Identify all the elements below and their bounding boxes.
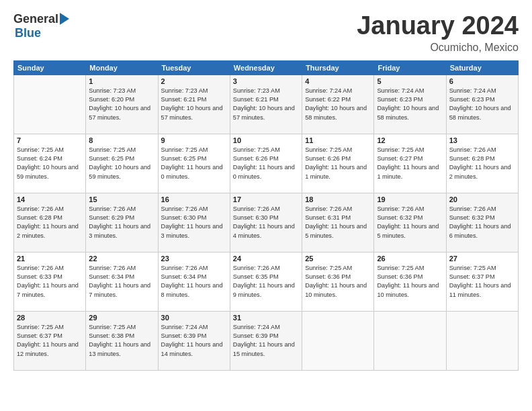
day-info: Sunrise: 7:26 AM Sunset: 6:28 PM Dayligh…: [449, 146, 515, 181]
logo-blue-text: Blue: [15, 26, 41, 40]
header-saturday: Saturday: [446, 60, 518, 75]
table-row: 6Sunrise: 7:24 AM Sunset: 6:23 PM Daylig…: [446, 75, 518, 134]
logo-general-text: General: [13, 12, 58, 26]
table-row: 1Sunrise: 7:23 AM Sunset: 6:20 PM Daylig…: [86, 75, 158, 134]
header: General Blue January 2024 Ocumicho, Mexi…: [13, 12, 519, 54]
day-info: Sunrise: 7:24 AM Sunset: 6:23 PM Dayligh…: [377, 87, 443, 122]
table-row: 3Sunrise: 7:23 AM Sunset: 6:21 PM Daylig…: [230, 75, 302, 134]
day-info: Sunrise: 7:23 AM Sunset: 6:21 PM Dayligh…: [233, 87, 299, 122]
logo-arrow-icon: [60, 13, 69, 25]
day-number: 29: [89, 314, 154, 322]
day-number: 18: [305, 195, 371, 203]
table-row: 15Sunrise: 7:26 AM Sunset: 6:29 PM Dayli…: [86, 193, 158, 252]
table-row: 8Sunrise: 7:25 AM Sunset: 6:25 PM Daylig…: [86, 134, 158, 193]
table-row: 21Sunrise: 7:26 AM Sunset: 6:33 PM Dayli…: [14, 252, 86, 311]
calendar-page: General Blue January 2024 Ocumicho, Mexi…: [0, 0, 532, 411]
table-row: 20Sunrise: 7:26 AM Sunset: 6:32 PM Dayli…: [446, 193, 518, 252]
table-row: [302, 311, 374, 370]
table-row: 4Sunrise: 7:24 AM Sunset: 6:22 PM Daylig…: [302, 75, 374, 134]
day-info: Sunrise: 7:24 AM Sunset: 6:39 PM Dayligh…: [233, 323, 299, 359]
day-info: Sunrise: 7:26 AM Sunset: 6:28 PM Dayligh…: [17, 205, 83, 240]
day-number: 8: [89, 136, 154, 144]
calendar-week-row: 21Sunrise: 7:26 AM Sunset: 6:33 PM Dayli…: [14, 252, 519, 311]
day-number: 10: [233, 136, 299, 144]
table-row: 29Sunrise: 7:25 AM Sunset: 6:38 PM Dayli…: [86, 311, 158, 370]
header-tuesday: Tuesday: [158, 60, 230, 75]
day-number: 12: [377, 136, 443, 144]
title-area: January 2024 Ocumicho, Mexico: [357, 12, 519, 54]
day-info: Sunrise: 7:26 AM Sunset: 6:34 PM Dayligh…: [89, 264, 154, 300]
table-row: [374, 311, 446, 370]
day-number: 2: [161, 77, 227, 85]
day-number: 6: [449, 77, 515, 85]
table-row: 27Sunrise: 7:25 AM Sunset: 6:37 PM Dayli…: [446, 252, 518, 311]
day-number: 24: [233, 255, 299, 263]
day-info: Sunrise: 7:26 AM Sunset: 6:35 PM Dayligh…: [233, 264, 299, 300]
day-info: Sunrise: 7:25 AM Sunset: 6:27 PM Dayligh…: [377, 146, 443, 181]
day-info: Sunrise: 7:26 AM Sunset: 6:29 PM Dayligh…: [89, 205, 154, 240]
month-title: January 2024: [357, 12, 519, 40]
day-info: Sunrise: 7:26 AM Sunset: 6:30 PM Dayligh…: [233, 205, 299, 240]
day-info: Sunrise: 7:24 AM Sunset: 6:22 PM Dayligh…: [305, 87, 371, 122]
calendar-week-row: 28Sunrise: 7:25 AM Sunset: 6:37 PM Dayli…: [14, 311, 519, 370]
table-row: 31Sunrise: 7:24 AM Sunset: 6:39 PM Dayli…: [230, 311, 302, 370]
day-number: 23: [161, 255, 227, 263]
day-info: Sunrise: 7:26 AM Sunset: 6:33 PM Dayligh…: [17, 264, 83, 300]
day-info: Sunrise: 7:25 AM Sunset: 6:38 PM Dayligh…: [89, 323, 154, 359]
day-number: 15: [89, 195, 154, 203]
table-row: 18Sunrise: 7:26 AM Sunset: 6:31 PM Dayli…: [302, 193, 374, 252]
day-number: 3: [233, 77, 299, 85]
calendar-table: Sunday Monday Tuesday Wednesday Thursday…: [13, 60, 519, 371]
day-number: 25: [305, 255, 371, 263]
day-number: 27: [449, 255, 515, 263]
day-info: Sunrise: 7:24 AM Sunset: 6:39 PM Dayligh…: [161, 323, 227, 359]
day-info: Sunrise: 7:26 AM Sunset: 6:32 PM Dayligh…: [449, 205, 515, 240]
calendar-body: 1Sunrise: 7:23 AM Sunset: 6:20 PM Daylig…: [14, 75, 519, 370]
table-row: 10Sunrise: 7:25 AM Sunset: 6:26 PM Dayli…: [230, 134, 302, 193]
table-row: 16Sunrise: 7:26 AM Sunset: 6:30 PM Dayli…: [158, 193, 230, 252]
header-monday: Monday: [86, 60, 158, 75]
table-row: 14Sunrise: 7:26 AM Sunset: 6:28 PM Dayli…: [14, 193, 86, 252]
day-number: 1: [89, 77, 154, 85]
day-number: 11: [305, 136, 371, 144]
table-row: 30Sunrise: 7:24 AM Sunset: 6:39 PM Dayli…: [158, 311, 230, 370]
table-row: [14, 75, 86, 134]
calendar-header-row: Sunday Monday Tuesday Wednesday Thursday…: [14, 60, 519, 75]
table-row: 17Sunrise: 7:26 AM Sunset: 6:30 PM Dayli…: [230, 193, 302, 252]
table-row: 19Sunrise: 7:26 AM Sunset: 6:32 PM Dayli…: [374, 193, 446, 252]
table-row: 11Sunrise: 7:25 AM Sunset: 6:26 PM Dayli…: [302, 134, 374, 193]
table-row: 7Sunrise: 7:25 AM Sunset: 6:24 PM Daylig…: [14, 134, 86, 193]
day-info: Sunrise: 7:23 AM Sunset: 6:21 PM Dayligh…: [161, 87, 227, 122]
table-row: 24Sunrise: 7:26 AM Sunset: 6:35 PM Dayli…: [230, 252, 302, 311]
day-info: Sunrise: 7:25 AM Sunset: 6:24 PM Dayligh…: [17, 146, 83, 181]
table-row: 2Sunrise: 7:23 AM Sunset: 6:21 PM Daylig…: [158, 75, 230, 134]
day-info: Sunrise: 7:26 AM Sunset: 6:30 PM Dayligh…: [161, 205, 227, 240]
day-info: Sunrise: 7:25 AM Sunset: 6:26 PM Dayligh…: [233, 146, 299, 181]
header-thursday: Thursday: [302, 60, 374, 75]
table-row: 28Sunrise: 7:25 AM Sunset: 6:37 PM Dayli…: [14, 311, 86, 370]
calendar-week-row: 7Sunrise: 7:25 AM Sunset: 6:24 PM Daylig…: [14, 134, 519, 193]
day-info: Sunrise: 7:25 AM Sunset: 6:37 PM Dayligh…: [449, 264, 515, 300]
table-row: 5Sunrise: 7:24 AM Sunset: 6:23 PM Daylig…: [374, 75, 446, 134]
day-number: 16: [161, 195, 227, 203]
day-number: 17: [233, 195, 299, 203]
day-number: 22: [89, 255, 154, 263]
calendar-week-row: 14Sunrise: 7:26 AM Sunset: 6:28 PM Dayli…: [14, 193, 519, 252]
day-number: 21: [17, 255, 83, 263]
table-row: 12Sunrise: 7:25 AM Sunset: 6:27 PM Dayli…: [374, 134, 446, 193]
location-subtitle: Ocumicho, Mexico: [357, 42, 519, 54]
logo-top: General: [13, 12, 69, 26]
day-number: 19: [377, 195, 443, 203]
table-row: 25Sunrise: 7:25 AM Sunset: 6:36 PM Dayli…: [302, 252, 374, 311]
table-row: 23Sunrise: 7:26 AM Sunset: 6:34 PM Dayli…: [158, 252, 230, 311]
table-row: 13Sunrise: 7:26 AM Sunset: 6:28 PM Dayli…: [446, 134, 518, 193]
header-sunday: Sunday: [14, 60, 86, 75]
day-number: 14: [17, 195, 83, 203]
day-info: Sunrise: 7:24 AM Sunset: 6:23 PM Dayligh…: [449, 87, 515, 122]
logo: General Blue: [13, 12, 69, 40]
header-wednesday: Wednesday: [230, 60, 302, 75]
day-number: 30: [161, 314, 227, 322]
day-number: 26: [377, 255, 443, 263]
day-info: Sunrise: 7:26 AM Sunset: 6:32 PM Dayligh…: [377, 205, 443, 240]
day-info: Sunrise: 7:25 AM Sunset: 6:25 PM Dayligh…: [161, 146, 227, 181]
